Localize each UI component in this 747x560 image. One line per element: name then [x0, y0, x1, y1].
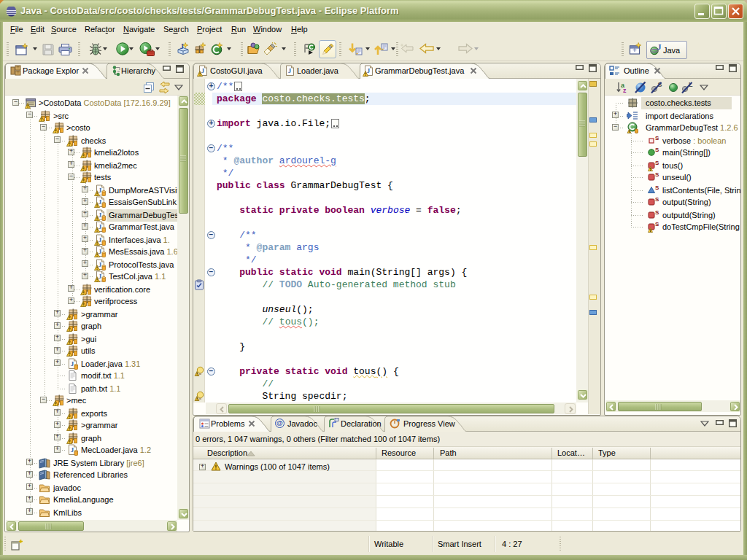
svg-text:J: J	[98, 211, 102, 219]
svg-text:S: S	[655, 147, 659, 153]
svg-text:J: J	[98, 248, 102, 255]
svg-text:J: J	[288, 67, 292, 74]
svg-text:S: S	[655, 196, 659, 203]
svg-text:J: J	[657, 43, 662, 51]
svg-text:S: S	[655, 135, 659, 141]
svg-text:J: J	[98, 273, 102, 280]
svg-text:S: S	[655, 160, 659, 166]
svg-text:J: J	[71, 446, 74, 454]
svg-text:J: J	[98, 236, 102, 244]
svg-text:S: S	[655, 184, 659, 191]
svg-text:J: J	[98, 261, 102, 268]
svg-text:J: J	[98, 187, 102, 194]
svg-text:J: J	[98, 198, 102, 206]
svg-text:J: J	[98, 223, 102, 230]
svg-text:S: S	[655, 171, 659, 178]
svg-text:S: S	[655, 221, 659, 228]
svg-text:J: J	[180, 42, 184, 50]
svg-text:J: J	[367, 67, 371, 74]
svg-text:S: S	[655, 209, 659, 216]
svg-text:J: J	[71, 360, 74, 368]
svg-text:J: J	[201, 67, 205, 74]
svg-text:z: z	[623, 87, 627, 94]
